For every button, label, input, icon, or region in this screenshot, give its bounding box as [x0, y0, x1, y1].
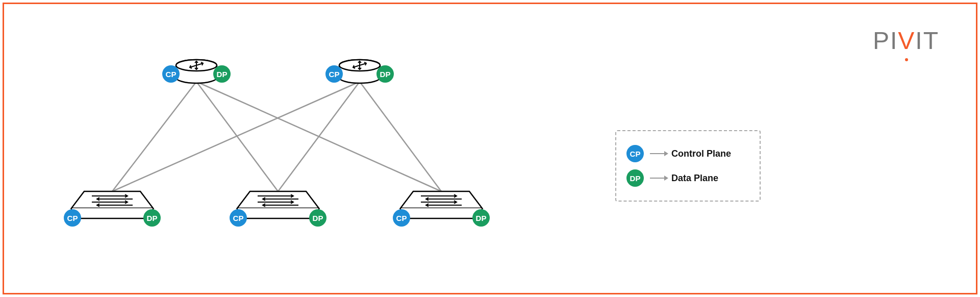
logo-text-v: V [898, 27, 915, 54]
arrow-icon [650, 153, 665, 154]
link-r2-s2 [278, 82, 360, 191]
switch-icon [235, 189, 321, 222]
cp-badge: CP [162, 65, 180, 83]
legend-cp-label: Control Plane [671, 148, 731, 159]
legend-dp-label: Data Plane [671, 173, 718, 184]
legend-dp-row: DP Data Plane [626, 169, 749, 187]
legend-box: CP Control Plane DP Data Plane [615, 130, 761, 202]
router-1: CP DP [173, 51, 219, 84]
dp-badge: DP [309, 209, 326, 227]
dp-badge: DP [143, 209, 161, 227]
cp-badge: CP [325, 65, 343, 83]
dp-badge: DP [472, 209, 490, 227]
cp-badge: CP [64, 209, 81, 227]
router-icon [173, 51, 219, 84]
switch-3: CP DP [398, 189, 485, 222]
link-r2-s1 [112, 82, 360, 191]
dp-badge: DP [213, 65, 231, 83]
switch-1: CP DP [69, 189, 156, 222]
arrow-icon [650, 178, 665, 179]
switch-icon [398, 189, 485, 222]
logo-text-it: IT [915, 27, 939, 54]
dp-badge: DP [376, 65, 394, 83]
cp-badge: CP [393, 209, 410, 227]
logo-dot-icon [905, 58, 908, 61]
legend-dp-badge: DP [626, 169, 644, 187]
legend-cp-row: CP Control Plane [626, 145, 749, 162]
link-r2-s3 [360, 82, 441, 191]
switch-2: CP DP [235, 189, 321, 222]
legend-cp-badge: CP [626, 145, 644, 162]
link-r1-s1 [112, 82, 196, 191]
router-2: CP DP [337, 51, 383, 84]
cp-badge: CP [230, 209, 247, 227]
network-diagram: CP DP CP DP [51, 46, 510, 250]
pivit-logo: PIVIT [873, 27, 939, 55]
router-icon [337, 51, 383, 84]
switch-icon [69, 189, 156, 222]
logo-text-pi: PI [873, 27, 898, 54]
